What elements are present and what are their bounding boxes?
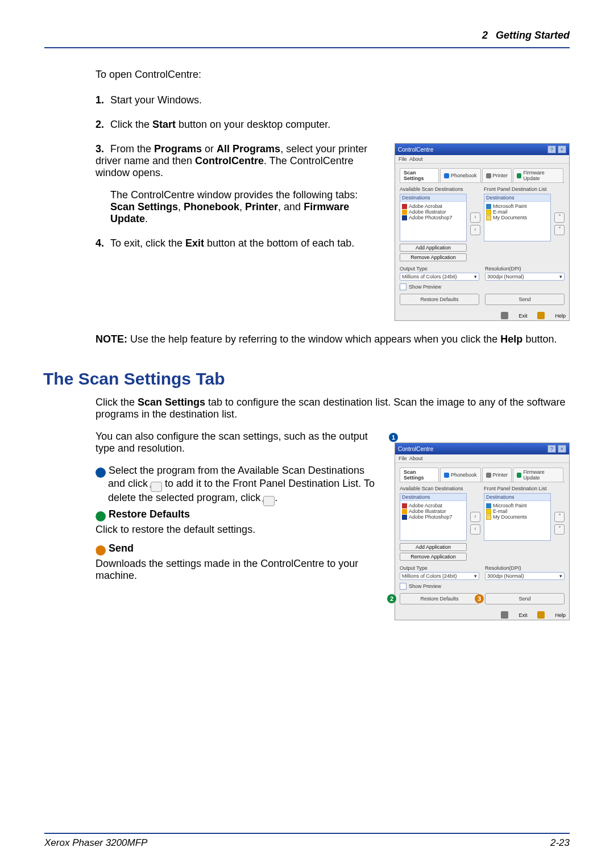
- window-tabs: Scan Settings Phonebook Printer Firmware…: [400, 168, 565, 183]
- mydocs-icon: [486, 515, 491, 520]
- callout-item-2-text: Click to restore the default settings.: [96, 524, 377, 536]
- list-item[interactable]: Microsoft Paint: [486, 503, 549, 508]
- tab-printer[interactable]: Printer: [482, 468, 512, 482]
- restore-defaults-button[interactable]: Restore Defaults: [400, 593, 479, 604]
- move-up-button[interactable]: ˄: [554, 512, 565, 522]
- fields-row: Output Type Millions of Colors (24bit)▾ …: [400, 266, 565, 281]
- window-menubar: File About: [395, 454, 569, 463]
- footer-page-number: 2-23: [550, 837, 570, 849]
- move-right-button[interactable]: ›: [470, 512, 480, 522]
- list-item[interactable]: My Documents: [486, 215, 549, 220]
- illustrator-icon: [402, 509, 407, 514]
- remove-application-button[interactable]: Remove Application: [400, 553, 467, 561]
- list-header: Destinations: [484, 194, 550, 202]
- tab-scan-settings[interactable]: Scan Settings: [400, 468, 439, 482]
- list-item[interactable]: Microsoft Paint: [486, 203, 549, 209]
- list-item[interactable]: Adobe Illustrator: [402, 209, 464, 215]
- exit-button[interactable]: Exit: [518, 313, 527, 319]
- tab-phonebook[interactable]: Phonebook: [440, 168, 481, 182]
- window-bottom-bar: Exit Help: [395, 308, 569, 320]
- callout-item-3-text: Downloads the settings made in the Contr…: [96, 558, 377, 582]
- show-preview-label: Show Preview: [409, 284, 441, 290]
- mydocs-icon: [486, 215, 491, 220]
- list-item[interactable]: My Documents: [486, 514, 549, 520]
- remove-application-button[interactable]: Remove Application: [400, 253, 467, 261]
- front-panel-listbox[interactable]: Destinations Microsoft Paint E-mail My D…: [484, 194, 551, 241]
- tab-firmware-update[interactable]: Firmware Update: [513, 468, 563, 482]
- menu-about[interactable]: About: [409, 456, 423, 461]
- menu-about[interactable]: About: [409, 156, 423, 162]
- close-icon[interactable]: ×: [558, 445, 566, 453]
- email-icon: [486, 509, 491, 514]
- send-button[interactable]: Send: [485, 294, 565, 305]
- show-preview-checkbox[interactable]: [400, 583, 406, 590]
- chevron-down-icon: ▾: [559, 573, 562, 579]
- photoshop-icon: [402, 515, 407, 520]
- step-number: 3.: [96, 143, 110, 155]
- section-body: Click the Scan Settings tab to configure…: [96, 397, 570, 620]
- window-title: ControlCentre: [398, 147, 433, 153]
- intro-text: To open ControlCentre:: [96, 69, 570, 81]
- front-panel-destinations: Front Panel Destination List Destination…: [484, 186, 551, 261]
- move-down-button[interactable]: ˅: [554, 225, 565, 235]
- tab-phonebook[interactable]: Phonebook: [440, 468, 481, 482]
- arrow-right-icon: ›: [151, 482, 162, 492]
- menu-file[interactable]: File: [399, 456, 407, 461]
- add-application-button[interactable]: Add Application: [400, 244, 467, 252]
- steps-3-4-text: 3.From the Programs or All Programs, sel…: [96, 143, 383, 321]
- window-bottom-bar: Exit Help: [395, 608, 569, 620]
- list-item[interactable]: Adobe Acrobat: [402, 203, 464, 209]
- callout-2-icon: 2: [96, 511, 106, 521]
- section-heading: The Scan Settings Tab: [43, 369, 570, 389]
- output-type-select[interactable]: Millions of Colors (24bit)▾: [400, 273, 479, 281]
- show-preview-checkbox[interactable]: [400, 283, 406, 290]
- resolution-select[interactable]: 300dpi (Normal)▾: [485, 572, 565, 580]
- step-2: 2.Click the Start button on your desktop…: [96, 119, 570, 131]
- tab-scan-settings[interactable]: Scan Settings: [400, 168, 439, 182]
- move-up-button[interactable]: ˄: [554, 212, 565, 223]
- section-lower-text: You can also configure the scan settings…: [96, 431, 377, 620]
- restore-defaults-button[interactable]: Restore Defaults: [400, 294, 479, 305]
- arrow-left-icon: ‹: [263, 496, 275, 506]
- callout-1-icon: 1: [96, 468, 106, 478]
- move-right-button[interactable]: ›: [470, 212, 480, 223]
- move-left-button[interactable]: ‹: [470, 524, 480, 535]
- photoshop-icon: [402, 215, 407, 220]
- list-item[interactable]: Adobe Photoshop7: [402, 514, 464, 520]
- available-listbox[interactable]: Destinations Adobe Acrobat Adobe Illustr…: [400, 493, 467, 541]
- front-panel-listbox[interactable]: Destinations Microsoft Paint E-mail My D…: [484, 493, 551, 541]
- available-destinations: Available Scan Destinations Destinations…: [400, 486, 467, 561]
- list-item[interactable]: Adobe Photoshop7: [402, 215, 464, 220]
- resolution-select[interactable]: 300dpi (Normal)▾: [485, 273, 565, 281]
- help-button[interactable]: Help: [555, 612, 566, 618]
- exit-button[interactable]: Exit: [518, 612, 527, 618]
- list-item[interactable]: Adobe Illustrator: [402, 508, 464, 514]
- move-down-button[interactable]: ˅: [554, 524, 565, 535]
- send-button[interactable]: Send: [485, 593, 565, 604]
- footer-rule: [44, 833, 570, 834]
- tab-firmware-update[interactable]: Firmware Update: [513, 168, 563, 182]
- section-p2: You can also configure the scan settings…: [96, 431, 377, 454]
- help-icon[interactable]: ?: [547, 145, 556, 153]
- help-icon[interactable]: ?: [547, 445, 556, 453]
- available-listbox[interactable]: Destinations Adobe Acrobat Adobe Illustr…: [400, 194, 467, 241]
- list-item[interactable]: Adobe Acrobat: [402, 503, 464, 508]
- footer-product: Xerox Phaser 3200MFP: [44, 837, 147, 849]
- show-preview-row: Show Preview: [400, 583, 565, 590]
- section-lower: You can also configure the scan settings…: [96, 431, 570, 620]
- tab-printer[interactable]: Printer: [482, 168, 512, 182]
- window-tabs: Scan Settings Phonebook Printer Firmware…: [400, 468, 565, 482]
- menu-file[interactable]: File: [399, 156, 407, 162]
- controlcentre-window: ControlCentre ? × File About: [395, 143, 570, 321]
- list-item[interactable]: E-mail: [486, 508, 549, 514]
- step-text: From the Programs or All Programs, selec…: [96, 143, 367, 178]
- acrobat-icon: [402, 503, 407, 508]
- list-item[interactable]: E-mail: [486, 209, 549, 215]
- help-button[interactable]: Help: [555, 313, 566, 319]
- output-type-select[interactable]: Millions of Colors (24bit)▾: [400, 572, 479, 580]
- move-left-button[interactable]: ‹: [470, 225, 480, 235]
- close-icon[interactable]: ×: [558, 145, 566, 153]
- firmware-icon: [517, 173, 521, 178]
- add-application-button[interactable]: Add Application: [400, 543, 467, 551]
- mspaint-icon: [486, 503, 491, 508]
